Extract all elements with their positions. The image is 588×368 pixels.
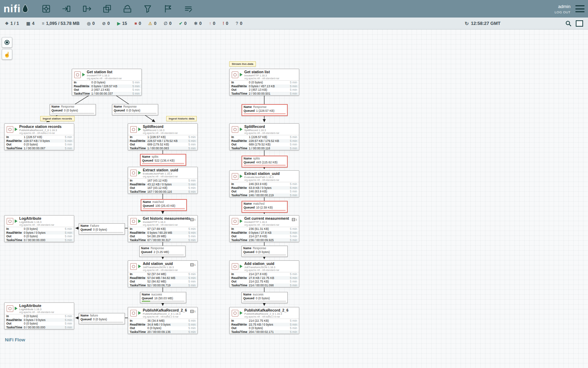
- processor-bundle: org.apache.nifi - nifi-standard-nar: [19, 311, 74, 314]
- processor[interactable]: Add station_uuid JoltTransformJSON 1.16.…: [229, 260, 299, 287]
- logout-link[interactable]: LOG OUT: [554, 10, 570, 14]
- output-port-icon[interactable]: [82, 4, 92, 14]
- stat-label: In: [231, 182, 249, 186]
- template-icon[interactable]: [163, 4, 173, 14]
- processor[interactable]: SplitRecord SplitRecord 1.16.3 org.apach…: [128, 123, 198, 150]
- processor-header: Extract station_uuid EvaluateJsonPath 1.…: [128, 167, 197, 178]
- processor[interactable]: Get current measurement InvokeHTTP 1.16.…: [229, 215, 299, 242]
- stat-value: 67 / 00:00:30.317: [147, 238, 188, 242]
- stat-row-read-write: Read/Write22.75 KB / 0 bytes5 min: [230, 323, 299, 327]
- active-threads-badge: 1: [190, 263, 196, 266]
- stat-window: 5 min: [65, 139, 72, 143]
- connection-label[interactable]: NameFailure Queued0 (0 bytes): [79, 223, 125, 234]
- connection-label[interactable]: NameResponse Queued0 (0 bytes): [241, 246, 288, 257]
- run-state-running-icon: [240, 128, 243, 131]
- connection-label[interactable]: Namefailure Queued0 (0 bytes): [79, 313, 125, 324]
- stat-label: Out: [130, 280, 147, 284]
- status-stale: ↑0: [209, 21, 215, 26]
- processor[interactable]: LogAttribute LogAttribute 1.16.3 org.apa…: [4, 215, 74, 242]
- funnel-icon[interactable]: [142, 4, 153, 14]
- stat-label: Read/Write: [130, 231, 147, 235]
- connection-label[interactable]: Namesuccess Queued16 (50.03 MB): [140, 292, 186, 303]
- hand-icon: ☝: [4, 52, 10, 57]
- connection-name-key: Name: [244, 157, 252, 160]
- status-running: ▶15: [117, 21, 127, 26]
- stat-label: Out: [6, 143, 24, 146]
- processor-stats: In246 (63.9 KB)5 min Read/Write63.9 KB /…: [230, 182, 299, 197]
- connection-label[interactable]: NameResponse Queued2 (3.25 MB): [139, 246, 186, 257]
- stat-value: 0 (0 bytes): [91, 81, 132, 84]
- process-group-icon[interactable]: [102, 4, 112, 14]
- birdseye-toggle-icon[interactable]: [576, 20, 583, 27]
- refresh-icon[interactable]: ↻: [465, 21, 469, 26]
- processor-name: Add station_uuid: [244, 262, 299, 266]
- run-state-running-icon: [15, 128, 18, 131]
- connection-label[interactable]: Namesuccess Queued0 (0 bytes): [241, 292, 288, 303]
- processor[interactable]: LogAttribute LogAttribute 1.16.3 org.apa…: [4, 302, 74, 329]
- connection-label[interactable]: Namesplits Queued522 (136.4 KB): [140, 154, 186, 166]
- processor[interactable]: Get historic measurements InvokeHTTP 1.1…: [128, 215, 198, 242]
- flow-canvas[interactable]: Ingest station recordsIngest historic da…: [0, 29, 588, 368]
- connection-queued-key: Queued: [244, 109, 255, 113]
- status-threads-count: 4: [32, 21, 34, 26]
- processor[interactable]: Get station list InvokeHTTP 1.16.3 org.a…: [229, 69, 299, 96]
- flow-label[interactable]: Ingest historic data: [166, 116, 197, 121]
- processor-name: Extract station_uuid: [244, 172, 299, 176]
- stat-label: Tasks/Time: [6, 326, 24, 329]
- connection-label[interactable]: Namesplits Queued443 (115.62 KB): [241, 156, 288, 168]
- processor-type-icon: [74, 71, 81, 78]
- flow-label[interactable]: Stream live-data: [229, 61, 256, 67]
- processor-bundle: org.apache.nifi - nifi-standard-nar: [87, 77, 141, 80]
- stat-window: 5 min: [65, 231, 72, 235]
- search-icon[interactable]: [565, 20, 572, 27]
- stat-label: Tasks/Time: [130, 146, 147, 150]
- processor-icon[interactable]: [41, 4, 51, 14]
- stat-window: 5 min: [290, 280, 297, 284]
- stat-value: 214 (22.75 KB): [249, 319, 290, 323]
- connection-label[interactable]: Namematched Queued10 (2.59 KB): [241, 201, 288, 213]
- breadcrumb[interactable]: NiFi Flow: [5, 337, 25, 342]
- flow-label[interactable]: Ingest station records: [40, 116, 75, 121]
- stat-label: In: [130, 179, 147, 183]
- processor-type-icon: [232, 218, 238, 225]
- remote-process-group-icon[interactable]: [122, 4, 133, 14]
- pan-tool-button[interactable]: ☝: [2, 49, 12, 60]
- stat-label: Read/Write: [6, 231, 24, 235]
- connection-label[interactable]: NameResponse Queued0 (0 bytes): [50, 104, 96, 115]
- processor[interactable]: SplitRecord SplitRecord 1.16.3 org.apach…: [229, 123, 299, 150]
- stat-row-out: Out0 (0 bytes)5 min: [230, 326, 299, 330]
- processor[interactable]: Get station list InvokeHTTP 1.16.3 org.a…: [72, 69, 142, 96]
- stat-row-tasks-time: Tasks/Time20 / 00:00:09.1365 min: [128, 330, 197, 334]
- input-port-icon[interactable]: [61, 4, 72, 14]
- run-state-running-icon: [240, 219, 243, 223]
- stat-window: 5 min: [188, 146, 196, 150]
- connection-label[interactable]: Namematched Queued100 (25.43 KB): [141, 199, 187, 211]
- processor[interactable]: PublishKafkaRecord_2_6 PublishKafkaRecor…: [229, 307, 299, 334]
- stat-row-tasks-time: Tasks/Time0 / 00:00:00.0005 min: [5, 326, 74, 329]
- stat-label: Read/Write: [231, 139, 249, 143]
- stat-row-out: Out246 (63.9 KB)5 min: [230, 190, 299, 193]
- processor[interactable]: Produce station records PublishKafkaReco…: [4, 123, 74, 150]
- queue-size-bar: [243, 254, 286, 255]
- run-state-running-icon: [138, 219, 141, 223]
- birdseye-button[interactable]: [2, 37, 12, 48]
- run-state-running-icon: [138, 171, 141, 175]
- processor[interactable]: Extract station_uuid EvaluateJsonPath 1.…: [229, 170, 299, 197]
- connection-label[interactable]: NameResponse Queued1 (228.57 KB): [241, 104, 288, 116]
- stat-window: 5 min: [290, 276, 297, 280]
- stat-label: Read/Write: [231, 323, 249, 327]
- stat-window: 5 min: [65, 143, 72, 146]
- stat-value: 0 bytes / 0 bytes: [24, 318, 65, 322]
- connection-label[interactable]: NameResponse Queued0 (0 bytes): [112, 104, 158, 115]
- stat-row-in: In214 (27.8 KB)5 min: [230, 272, 299, 276]
- processor-type-icon: [232, 71, 238, 78]
- processor[interactable]: Add station_uuid JoltTransformJSON 1.16.…: [128, 260, 198, 287]
- connection-name: matched: [152, 200, 164, 204]
- processor[interactable]: PublishKafkaRecord_2_6 PublishKafkaRecor…: [128, 307, 198, 334]
- global-menu-button[interactable]: [575, 5, 584, 13]
- stat-row-in: In36 (34.8 MB)5 min: [128, 319, 197, 323]
- label-icon[interactable]: [183, 4, 194, 14]
- processor[interactable]: Extract station_uuid EvaluateJsonPath 1.…: [128, 167, 198, 194]
- stat-row-read-write: Read/Write43.12 KB / 0 bytes5 min: [128, 183, 197, 186]
- stat-label: In: [231, 319, 249, 323]
